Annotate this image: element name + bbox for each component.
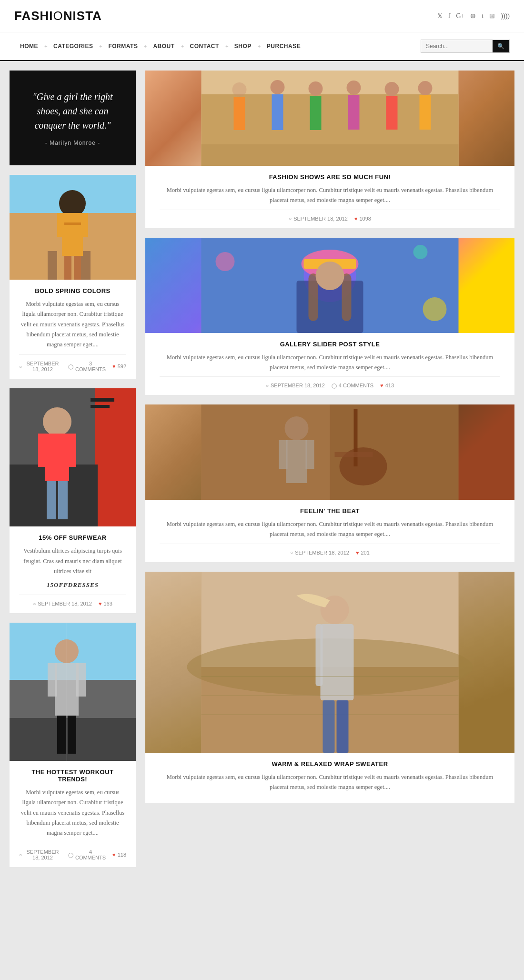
svg-rect-74 <box>321 624 354 700</box>
svg-rect-44 <box>386 96 398 130</box>
date-text: SEPTEMBER 18, 2012 <box>24 361 61 372</box>
card-body-wrap-sweater: WARM & RELAXED WRAP SWEATER Morbi vulput… <box>145 753 514 803</box>
card-likes: ♥ 201 <box>356 550 370 556</box>
facebook-icon[interactable]: f <box>448 12 451 20</box>
comment-icon: ◯ <box>332 383 337 388</box>
svg-rect-21 <box>91 398 114 402</box>
card-title-gallery-slider[interactable]: GALLERY SLIDER POST STYLE <box>160 341 500 348</box>
card-image-wrap-sweater[interactable] <box>145 572 514 753</box>
google-plus-icon[interactable]: G+ <box>456 12 464 20</box>
nav-links: HOME ✦ CATEGORIES ✦ FORMATS ✦ ABOUT ✦ CO… <box>14 32 306 60</box>
clock-icon: ○ <box>33 601 36 606</box>
heart-icon: ♥ <box>356 550 359 556</box>
svg-point-4 <box>59 190 86 217</box>
card-body-feelin-beat: FEELIN' THE BEAT Morbi vulputate egestas… <box>145 500 514 562</box>
left-column: "Give a girl the right shoes, and she ca… <box>10 71 136 867</box>
search-input[interactable] <box>421 40 493 52</box>
nav-item-home[interactable]: HOME <box>14 32 44 61</box>
card-likes: ♥ 163 <box>99 601 112 606</box>
card-feelin-beat: FEELIN' THE BEAT Morbi vulputate egestas… <box>145 404 514 562</box>
svg-rect-29 <box>76 663 86 697</box>
card-body-fashion-shows: FASHION SHOWS ARE SO MUCH FUN! Morbi vul… <box>145 166 514 228</box>
card-excerpt-gallery-slider: Morbi vulputate egestas sem, eu cursus l… <box>160 353 500 373</box>
flickr-icon[interactable]: ⊞ <box>489 12 495 20</box>
card-image-surfwear[interactable] <box>10 388 136 526</box>
card-body-bold-spring: BOLD SPRING COLORS Morbi vulputate egest… <box>10 280 136 379</box>
svg-rect-13 <box>95 388 136 526</box>
card-excerpt-bold-spring: Morbi vulputate egestas sem, eu cursus l… <box>19 299 126 350</box>
svg-rect-10 <box>74 256 81 280</box>
clock-icon: ○ <box>19 364 22 369</box>
card-likes: ♥ 413 <box>380 383 394 388</box>
card-title-workout[interactable]: THE HOTTEST WORKOUT TRENDS! <box>19 768 126 783</box>
main-nav: HOME ✦ CATEGORIES ✦ FORMATS ✦ ABOUT ✦ CO… <box>0 32 524 61</box>
svg-point-45 <box>418 81 433 95</box>
nav-item-shop[interactable]: SHOP <box>229 32 257 60</box>
tumblr-icon[interactable]: t <box>482 12 484 20</box>
svg-rect-28 <box>48 663 57 697</box>
search-button[interactable]: 🔍 <box>493 40 509 52</box>
card-title-bold-spring[interactable]: BOLD SPRING COLORS <box>19 287 126 294</box>
svg-point-39 <box>309 81 323 96</box>
svg-rect-7 <box>57 213 64 237</box>
card-meta-feelin-beat: ○ SEPTEMBER 18, 2012 ♥ 201 <box>160 544 500 556</box>
nav-item-purchase[interactable]: PURCHASE <box>261 32 306 60</box>
card-coupon-surfwear: 15OFFDRESSES <box>19 581 126 589</box>
nav-sep-6: ✦ <box>257 44 261 49</box>
card-title-wrap-sweater[interactable]: WARM & RELAXED WRAP SWEATER <box>160 760 500 768</box>
card-surfwear: 15% OFF SURFWEAR Vestibulum ultrices adi… <box>10 388 136 613</box>
card-comments: ◯ 3 COMMENTS <box>68 361 106 372</box>
svg-rect-38 <box>272 94 283 130</box>
clock-icon: ○ <box>289 216 292 221</box>
card-date: ○ SEPTEMBER 18, 2012 <box>19 361 61 372</box>
card-gallery-slider: GALLERY SLIDER POST STYLE Morbi vulputat… <box>145 238 514 395</box>
card-date: ○ SEPTEMBER 18, 2012 <box>289 216 348 222</box>
card-image-gallery-slider[interactable] <box>145 238 514 333</box>
card-excerpt-fashion-shows: Morbi vulputate egestas sem, eu cursus l… <box>160 185 500 206</box>
card-meta-bold-spring: ○ SEPTEMBER 18, 2012 ◯ 3 COMMENTS ♥ 592 <box>19 354 126 372</box>
nav-sep-5: ✦ <box>225 44 229 49</box>
card-excerpt-feelin-beat: Morbi vulputate egestas sem, eu cursus l… <box>160 519 500 540</box>
card-image-bold-spring[interactable] <box>10 175 136 280</box>
likes-text: 1098 <box>359 216 371 222</box>
svg-rect-22 <box>91 405 110 408</box>
site-header: FASHIONISTA 𝕏 f G+ ⊕ t ⊞ )))) <box>0 0 524 32</box>
nav-item-categories[interactable]: CATEGORIES <box>48 32 99 60</box>
svg-rect-5 <box>62 213 83 256</box>
dribbble-icon[interactable]: ⊕ <box>470 12 476 20</box>
nav-sep-2: ✦ <box>99 44 102 49</box>
card-body-gallery-slider: GALLERY SLIDER POST STYLE Morbi vulputat… <box>145 333 514 395</box>
svg-rect-79 <box>323 700 335 753</box>
svg-rect-31 <box>68 716 76 754</box>
card-meta-fashion-shows: ○ SEPTEMBER 18, 2012 ♥ 1098 <box>160 210 500 222</box>
nav-item-formats[interactable]: FORMATS <box>102 32 143 60</box>
svg-rect-80 <box>337 700 349 753</box>
nav-item-contact[interactable]: CONTACT <box>184 32 225 60</box>
site-logo[interactable]: FASHIONISTA <box>14 9 102 23</box>
card-date: ○ SEPTEMBER 18, 2012 <box>266 383 325 388</box>
card-title-fashion-shows[interactable]: FASHION SHOWS ARE SO MUCH FUN! <box>160 173 500 181</box>
card-wrap-sweater: WARM & RELAXED WRAP SWEATER Morbi vulput… <box>145 572 514 803</box>
card-workout: THE HOTTEST WORKOUT TRENDS! Morbi vulput… <box>10 623 136 867</box>
quote-author: - Marilyn Monroe - <box>24 140 121 146</box>
svg-rect-42 <box>348 95 360 130</box>
card-date: ○ SEPTEMBER 18, 2012 <box>33 601 92 606</box>
card-title-surfwear[interactable]: 15% OFF SURFWEAR <box>19 534 126 541</box>
card-title-feelin-beat[interactable]: FEELIN' THE BEAT <box>160 507 500 515</box>
nav-item-about[interactable]: ABOUT <box>147 32 180 60</box>
svg-rect-19 <box>47 481 56 519</box>
card-image-fashion-shows[interactable] <box>145 71 514 166</box>
rss-icon[interactable]: )))) <box>501 12 510 20</box>
comments-text: 3 COMMENTS <box>75 361 106 372</box>
svg-rect-8 <box>81 213 88 237</box>
twitter-icon[interactable]: 𝕏 <box>437 12 443 20</box>
card-likes: ♥ 1098 <box>354 216 371 222</box>
svg-point-43 <box>385 82 399 96</box>
svg-point-35 <box>232 82 247 97</box>
header-social-icons: 𝕏 f G+ ⊕ t ⊞ )))) <box>437 12 510 20</box>
card-image-feelin-beat[interactable] <box>145 404 514 500</box>
card-date: ○ SEPTEMBER 18, 2012 <box>290 550 349 556</box>
card-image-workout[interactable] <box>10 623 136 761</box>
svg-rect-40 <box>310 96 322 130</box>
card-excerpt-wrap-sweater: Morbi vulputate egestas sem, eu cursus l… <box>160 772 500 793</box>
